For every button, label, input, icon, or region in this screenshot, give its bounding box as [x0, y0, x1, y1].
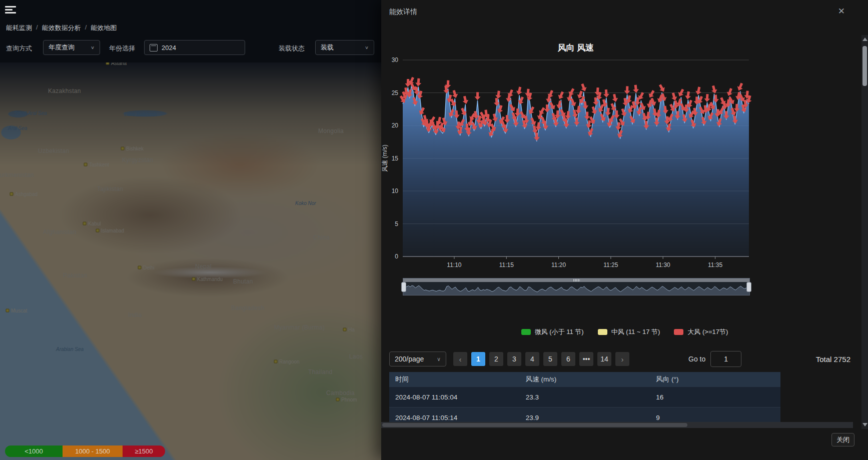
svg-text:25: 25	[392, 90, 399, 96]
map-legend-segment: 1000 - 1500	[63, 446, 123, 457]
chevron-down-icon: ∨	[365, 45, 369, 50]
svg-text:20: 20	[392, 122, 399, 129]
breadcrumb-separator: /	[36, 24, 38, 32]
prev-page-button[interactable]: ‹	[453, 352, 467, 366]
goto-page-input[interactable]	[710, 351, 741, 367]
more-pages-button[interactable]: •••	[579, 352, 593, 366]
svg-text:11:35: 11:35	[708, 262, 722, 268]
table-header: 风速 (m/s)	[520, 372, 650, 387]
breadcrumb-separator: /	[85, 24, 87, 32]
svg-text:11:15: 11:15	[499, 262, 514, 268]
table-cell: 23.3	[520, 387, 650, 408]
map-legend-segment: <1000	[5, 446, 63, 457]
chevron-down-icon: ∨	[437, 356, 441, 362]
calendar-icon	[150, 44, 158, 52]
svg-text:风速 (m/s): 风速 (m/s)	[381, 144, 388, 172]
query-mode-label: 查询方式	[6, 44, 32, 53]
energy-detail-dialog: 能效详情 ✕ 风向 风速 051015202530风速 (m/s)11:1011…	[381, 0, 868, 460]
page-button-4[interactable]: 4	[525, 352, 539, 366]
svg-text:11:30: 11:30	[656, 262, 670, 268]
load-state-value: 装载	[321, 43, 334, 52]
scroll-down-icon[interactable]	[862, 423, 867, 426]
load-state-select[interactable]: 装载 ∨	[315, 40, 374, 55]
chart-legend: 微风 (小于 11 节)中风 (11 ~ 17 节)大风 (>=17节)	[381, 328, 868, 336]
year-value: 2024	[162, 44, 176, 52]
svg-text:11:20: 11:20	[551, 262, 566, 268]
table-cell: 2024-08-07 11:05:04	[389, 387, 520, 408]
page-size-select[interactable]: 200/page ∨	[389, 352, 446, 366]
pagination-bar: 200/page ∨ ‹123456•••14› Go to Total 275…	[389, 351, 860, 367]
app-window: 能耗监测/能效数据分析/能效地图 查询方式 年度查询 ∨ 年份选择 2024 装…	[0, 0, 868, 460]
legend-swatch	[598, 329, 607, 335]
year-select-label: 年份选择	[109, 44, 135, 53]
datazoom-rail[interactable]	[403, 278, 749, 282]
scroll-up-icon[interactable]	[862, 38, 867, 41]
svg-text:11:10: 11:10	[447, 262, 461, 268]
legend-item[interactable]: 中风 (11 ~ 17 节)	[598, 328, 660, 336]
legend-label: 中风 (11 ~ 17 节)	[611, 328, 660, 336]
breadcrumb-item[interactable]: 能效数据分析	[42, 24, 81, 32]
vertical-scrollbar[interactable]	[861, 35, 868, 429]
page-size-value: 200/page	[395, 355, 424, 363]
legend-item[interactable]: 微风 (小于 11 节)	[521, 328, 584, 336]
svg-text:10: 10	[392, 188, 399, 194]
load-state-label: 装载状态	[279, 44, 305, 53]
hscroll-thumb[interactable]	[382, 423, 687, 427]
svg-text:5: 5	[395, 220, 398, 228]
table-header: 时间	[389, 372, 520, 387]
map-value-legend: <10001000 - 1500≥1500	[5, 446, 165, 457]
breadcrumb: 能耗监测/能效数据分析/能效地图	[6, 24, 117, 32]
breadcrumb-item[interactable]: 能效地图	[91, 24, 117, 32]
table-cell: 16	[650, 387, 780, 408]
datazoom-left-handle[interactable]	[401, 282, 406, 292]
total-count: Total 2752	[816, 355, 850, 364]
page-button-5[interactable]: 5	[543, 352, 557, 366]
svg-text:11:25: 11:25	[603, 262, 618, 268]
svg-text:0: 0	[395, 253, 398, 260]
legend-swatch	[521, 329, 531, 335]
page-button-3[interactable]: 3	[507, 352, 521, 366]
menu-hamburger-icon[interactable]	[5, 6, 16, 14]
horizontal-scrollbar[interactable]	[381, 422, 853, 428]
legend-label: 微风 (小于 11 节)	[535, 328, 584, 336]
query-mode-select[interactable]: 年度查询 ∨	[43, 40, 100, 55]
wind-speed-direction-chart[interactable]: 051015202530风速 (m/s)11:1011:1511:2011:25…	[381, 0, 868, 350]
svg-text:15: 15	[392, 155, 399, 162]
next-page-button[interactable]: ›	[615, 352, 629, 366]
page-button-1[interactable]: 1	[471, 352, 485, 366]
datazoom-right-handle[interactable]	[746, 282, 751, 292]
svg-text:30: 30	[392, 56, 399, 64]
query-mode-value: 年度查询	[49, 43, 75, 52]
page-button-2[interactable]: 2	[489, 352, 503, 366]
datazoom-slider[interactable]	[403, 278, 750, 296]
legend-label: 大风 (>=17节)	[687, 328, 728, 336]
chevron-down-icon: ∨	[91, 45, 95, 50]
vscroll-thumb[interactable]	[862, 46, 867, 86]
goto-label: Go to	[688, 355, 705, 363]
wind-data-table: 时间风速 (m/s)风向 (°)2024-08-07 11:05:0423.31…	[389, 372, 780, 428]
year-date-input[interactable]: 2024	[144, 40, 245, 55]
datazoom-sparkline	[403, 282, 749, 295]
table-header: 风向 (°)	[650, 372, 780, 387]
legend-item[interactable]: 大风 (>=17节)	[674, 328, 728, 336]
breadcrumb-item[interactable]: 能耗监测	[6, 24, 32, 32]
page-button-6[interactable]: 6	[561, 352, 575, 366]
datazoom-grip[interactable]	[573, 279, 580, 282]
table-row: 2024-08-07 11:05:0423.316	[389, 387, 780, 408]
legend-swatch	[674, 329, 683, 335]
map-legend-segment: ≥1500	[123, 446, 165, 457]
page-button-14[interactable]: 14	[597, 352, 611, 366]
close-button[interactable]: 关闭	[831, 433, 854, 446]
